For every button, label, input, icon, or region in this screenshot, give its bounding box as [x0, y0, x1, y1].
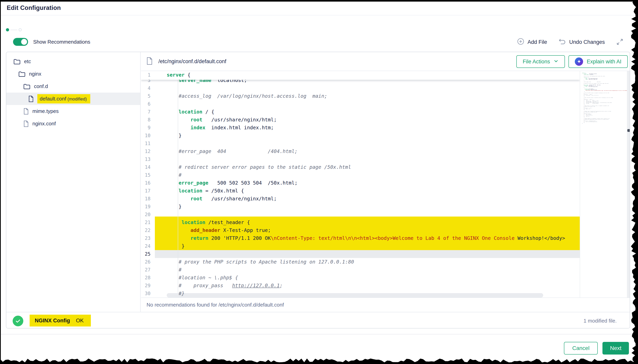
code-text: # redirect server error pages to the sta…	[167, 163, 351, 171]
line-number: 22	[141, 226, 151, 234]
tree-item-label: default.conf (modified)	[37, 94, 90, 104]
show-recommendations-label: Show Recommendations	[33, 39, 90, 45]
code-line-17[interactable]: 17 location = /50x.html {	[141, 187, 580, 195]
code-line-1[interactable]: 1server {	[141, 71, 190, 79]
undo-changes-button[interactable]: Undo Changes	[558, 38, 605, 47]
line-number: 6	[141, 100, 151, 108]
code-line-5[interactable]: 5 #access_log /var/log/nginx/host.access…	[141, 92, 580, 100]
code-text: #error_page 404 /404.html;	[167, 148, 297, 155]
configuration-panel: etcnginxconf.ddefault.conf (modified)mim…	[6, 52, 630, 328]
line-number: 16	[141, 179, 151, 187]
editor-pane: /etc/nginx/conf.d/default.conf File Acti…	[141, 52, 630, 312]
code-line-16[interactable]: 16 error_page 500 502 503 504 /50x.html;	[141, 179, 580, 187]
line-number: 15	[141, 171, 151, 179]
code-text: index index.html index.htm;	[167, 124, 274, 132]
vertical-scrollbar-thumb[interactable]	[627, 129, 630, 132]
code-text: location = /50x.html {	[167, 187, 244, 195]
code-line-21[interactable]: 21 location /test_header {	[141, 218, 580, 226]
step-1-dot[interactable]	[6, 28, 9, 32]
line-number: 26	[141, 258, 151, 266]
tree-item-nginx-conf[interactable]: nginx.conf	[6, 118, 140, 130]
code-line-30[interactable]: 30 #}	[141, 290, 580, 298]
code-text: #location ~ \.php$ {	[167, 274, 238, 282]
code-text: location / {	[167, 108, 214, 116]
code-line-18[interactable]: 18 root /usr/share/nginx/html;	[141, 195, 580, 203]
code-line-15[interactable]: 15 #	[141, 171, 580, 179]
file-icon	[146, 57, 153, 66]
explain-ai-button[interactable]: ✦ Explain with AI	[568, 55, 628, 68]
code-line-25[interactable]: 25	[141, 250, 580, 258]
code-line-12[interactable]: 12 #error_page 404 /404.html;	[141, 148, 580, 155]
next-button[interactable]: Next	[602, 342, 629, 354]
status-bar: NGINX Config OK 1 modified file.	[6, 312, 630, 328]
line-number: 18	[141, 195, 151, 203]
add-file-button[interactable]: Add File	[517, 38, 547, 46]
code-line-23[interactable]: 23 return 200 'HTTP/1.1 200 OK\nContent-…	[141, 234, 580, 242]
stepper	[6, 28, 22, 32]
code-line-13[interactable]: 13	[141, 155, 580, 163]
line-number: 21	[141, 218, 151, 226]
tree-item-mime-types[interactable]: mime.types	[6, 105, 140, 118]
show-recommendations-control[interactable]: Show Recommendations	[13, 38, 90, 46]
line-number: 8	[141, 116, 151, 124]
code-editor[interactable]: 3 server_name localhost;45 #access_log /…	[141, 71, 630, 298]
line-number: 20	[141, 210, 151, 218]
code-line-28[interactable]: 28 #location ~ \.php$ {	[141, 274, 580, 282]
step-2-dot[interactable]	[19, 28, 22, 32]
code-line-22[interactable]: 22 add_header X-Test-App true;	[141, 226, 580, 234]
code-text: root /usr/share/nginx/html;	[167, 116, 277, 124]
code-text: #access_log /var/log/nginx/host.access.l…	[167, 92, 327, 100]
code-line-14[interactable]: 14 # redirect server error pages to the …	[141, 163, 580, 171]
code-text: }	[167, 242, 185, 250]
cancel-button[interactable]: Cancel	[564, 342, 598, 354]
explain-ai-label: Explain with AI	[587, 59, 621, 65]
minimap[interactable]: server { listen 80 default_server; serve…	[580, 71, 627, 298]
folder-icon	[18, 71, 26, 77]
recommendations-note: No recommendations found for /etc/nginx/…	[147, 302, 284, 308]
vertical-scrollbar-track[interactable]	[627, 71, 630, 298]
expand-icon[interactable]	[616, 38, 624, 46]
line-number: 28	[141, 274, 151, 282]
line-number: 10	[141, 132, 151, 140]
code-line-9[interactable]: 9 index index.html index.htm;	[141, 124, 580, 132]
show-recommendations-toggle[interactable]	[13, 38, 28, 46]
code-text: error_page 500 502 503 504 /50x.html;	[167, 179, 297, 187]
line-number: 24	[141, 242, 151, 250]
code-line-6[interactable]: 6	[141, 100, 580, 108]
footer-actions: Cancel Next	[564, 342, 629, 354]
line-number: 19	[141, 203, 151, 210]
line-number: 11	[141, 140, 151, 148]
code-line-10[interactable]: 10 }	[141, 132, 580, 140]
tree-item-default-conf[interactable]: default.conf (modified)	[6, 92, 140, 105]
tree-item-nginx[interactable]: nginx	[6, 68, 140, 80]
folder-icon	[23, 83, 31, 90]
file-tree: etcnginxconf.ddefault.conf (modified)mim…	[6, 52, 141, 312]
line-number: 9	[141, 124, 151, 132]
code-line-4[interactable]: 4	[141, 84, 580, 92]
file-actions-label: File Actions	[523, 59, 550, 65]
code-text: root /usr/share/nginx/html;	[167, 195, 277, 203]
code-line-26[interactable]: 26 # proxy the PHP scripts to Apache lis…	[141, 258, 580, 266]
step-connector	[10, 30, 18, 30]
code-line-27[interactable]: 27 #	[141, 266, 580, 274]
code-line-7[interactable]: 7 location / {	[141, 108, 580, 116]
file-path: /etc/nginx/conf.d/default.conf	[158, 58, 226, 64]
tree-item-conf-d[interactable]: conf.d	[6, 80, 140, 92]
code-line-24[interactable]: 24 }	[141, 242, 580, 250]
check-circle-icon	[13, 316, 23, 326]
code-line-8[interactable]: 8 root /usr/share/nginx/html;	[141, 116, 580, 124]
folder-icon	[14, 58, 21, 65]
code-text: add_header X-Test-App true;	[167, 226, 271, 234]
code-text: #}	[167, 290, 185, 298]
code-text: server {	[167, 71, 190, 79]
modified-suffix: (modified)	[66, 96, 87, 102]
minimap-line: }	[582, 123, 627, 124]
code-line-29[interactable]: 29 # proxy_pass http://127.0.0.1;	[141, 282, 580, 290]
modified-files-note: 1 modified file.	[583, 312, 617, 328]
tree-item-etc[interactable]: etc	[6, 55, 140, 68]
file-actions-button[interactable]: File Actions	[516, 55, 565, 68]
code-line-20[interactable]: 20	[141, 210, 580, 218]
code-line-19[interactable]: 19 }	[141, 203, 580, 210]
code-line-11[interactable]: 11	[141, 140, 580, 148]
add-file-label: Add File	[528, 39, 547, 45]
